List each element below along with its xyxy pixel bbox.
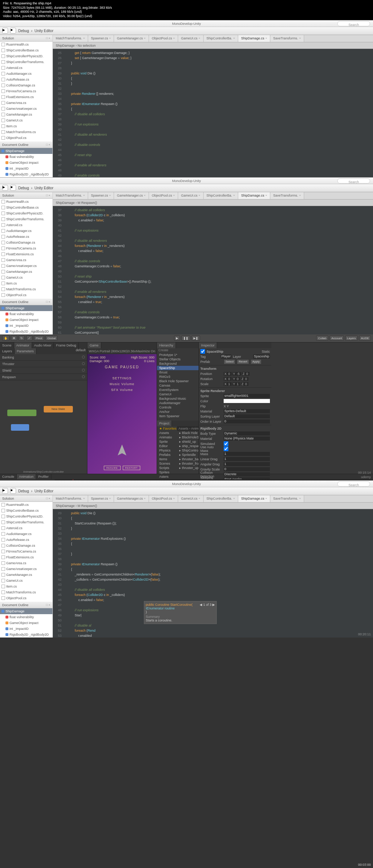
file-item[interactable]: ShipControllerBase.cs xyxy=(0,508,52,514)
param-row[interactable]: Shield xyxy=(0,367,87,374)
file-list[interactable]: RuamHealth.csShipControllerBase.csShipCo… xyxy=(0,42,52,142)
file-item[interactable]: GameManager.cs xyxy=(0,112,52,117)
code-area[interactable]: 25 get { return GameManager.Damage; }26 … xyxy=(53,49,373,177)
tab-bar[interactable]: MatchTransforms.×Spawner.cs×GameManager.… xyxy=(53,192,373,199)
tab[interactable]: MatchTransforms.× xyxy=(53,35,88,42)
tab[interactable]: ShipDamage.cs× xyxy=(238,35,270,42)
file-item[interactable]: AutoRelease.cs xyxy=(0,77,52,82)
tab[interactable]: Spawner.cs× xyxy=(88,35,114,42)
file-item[interactable]: GameManager.cs xyxy=(0,269,52,275)
layers-button[interactable]: Layers xyxy=(345,336,358,341)
tab[interactable]: ShipControllerBa.× xyxy=(204,192,238,199)
tab[interactable]: SaveTransforms.× xyxy=(270,192,304,199)
hierarchy-item[interactable]: SpaceShip xyxy=(157,366,199,370)
outline-list[interactable]: ShipDamagefloat vulnerabilityGameObject … xyxy=(0,608,52,638)
code-area[interactable]: 37 // disable all colliders38 foreach (C… xyxy=(53,206,373,334)
hierarchy-item[interactable]: Background Music xyxy=(157,396,199,401)
pause-button[interactable]: ❚❚ xyxy=(181,336,190,341)
tab[interactable]: ShipDamage.cs× xyxy=(238,495,270,502)
params-subtab[interactable]: Parameters xyxy=(15,348,36,354)
outline-item[interactable]: int _impactID xyxy=(0,626,52,632)
file-item[interactable]: Asteroid.cs xyxy=(0,65,52,71)
hierarchy-tab[interactable]: Hierarchy xyxy=(157,342,176,348)
hierarchy-item[interactable]: AudioManager xyxy=(157,401,199,405)
hierarchy-item[interactable]: EventSystem xyxy=(157,388,199,392)
scale-tool[interactable]: ⤢ xyxy=(26,336,32,341)
file-item[interactable]: AudioManager.cs xyxy=(0,228,52,234)
layer-dropdown[interactable]: Spaceship xyxy=(253,354,270,359)
outline-list[interactable]: ShipDamagefloat vulnerabilityGameObject … xyxy=(0,305,52,334)
file-item[interactable]: GameUI.cs xyxy=(0,117,52,123)
layers-subtab[interactable]: Layers xyxy=(0,348,15,354)
param-row[interactable]: Banking xyxy=(0,354,87,361)
file-item[interactable]: Item.cs xyxy=(0,280,52,286)
tab[interactable]: SaveTransforms.× xyxy=(270,35,304,42)
account-button[interactable]: Account xyxy=(330,336,344,341)
outline-item[interactable]: float vulnerability xyxy=(0,311,52,317)
file-item[interactable]: AudioManager.cs xyxy=(0,71,52,77)
tab[interactable]: GameUI.cs× xyxy=(178,495,204,502)
hierarchy-item[interactable]: Item Spawner xyxy=(157,414,199,418)
state-node[interactable] xyxy=(7,410,36,416)
hierarchy-item[interactable]: Stellar Objects xyxy=(157,357,199,361)
file-item[interactable]: CollisionDamage.cs xyxy=(0,543,52,549)
outline-item[interactable]: float vulnerability xyxy=(0,154,52,160)
tab[interactable]: ObjectPool.cs× xyxy=(149,35,178,42)
file-item[interactable]: Item.cs xyxy=(0,584,52,589)
file-item[interactable]: FitAreaToCamera.cs xyxy=(0,549,52,554)
tab[interactable]: ShipControllerBa.× xyxy=(204,495,238,502)
file-item[interactable]: ShipControllerPhysics2D. xyxy=(0,53,52,59)
breadcrumb[interactable]: ShipDamage › No selection xyxy=(53,42,373,49)
target-selector[interactable]: Unity Editor xyxy=(35,29,54,33)
outline-item[interactable]: Rigidbody2D _rigidBody2D xyxy=(0,171,52,177)
outline-item[interactable]: GameObject impact xyxy=(0,620,52,626)
run-button[interactable]: ▶ xyxy=(2,28,8,34)
file-item[interactable]: AutoRelease.cs xyxy=(0,537,52,543)
file-item[interactable]: GameArea.cs xyxy=(0,100,52,106)
tab-bar[interactable]: MatchTransforms.×Spawner.cs×GameManager.… xyxy=(53,35,373,42)
config-selector[interactable]: Debug xyxy=(18,29,29,33)
tab[interactable]: GameUI.cs× xyxy=(178,192,204,199)
play-button[interactable]: ▶ xyxy=(174,336,180,341)
scene-tabs[interactable]: Scene Animator Audio Mixer Frame Debug xyxy=(0,342,87,348)
file-item[interactable]: MatchTransforms.cs xyxy=(0,286,52,292)
file-item[interactable]: CollisionDamage.cs xyxy=(0,82,52,88)
file-item[interactable]: GameAreaKeeper.cs xyxy=(0,263,52,269)
console-tab[interactable]: Console xyxy=(0,474,17,479)
stop-button[interactable]: ■ xyxy=(10,488,16,494)
file-item[interactable]: ObjectPool.cs xyxy=(0,292,52,298)
hierarchy-item[interactable]: Anchor xyxy=(157,410,199,414)
file-item[interactable]: ShipControllerPhysics2D. xyxy=(0,514,52,519)
tab[interactable]: MatchTransforms.× xyxy=(53,192,88,199)
tab[interactable]: Spawner.cs× xyxy=(88,192,114,199)
file-item[interactable]: Asteroid.cs xyxy=(0,525,52,531)
profiler-tab[interactable]: Profiler xyxy=(36,474,51,479)
outline-item[interactable]: Rigidbody2D _rigidBody2D xyxy=(0,632,52,638)
file-item[interactable]: MatchTransforms.cs xyxy=(0,129,52,135)
outline-item[interactable]: GameObject impact xyxy=(0,317,52,323)
run-button[interactable]: ▶ xyxy=(2,185,8,191)
file-list[interactable]: RuamHealth.csShipControllerBase.csShipCo… xyxy=(0,199,52,299)
hierarchy-item[interactable]: thrust xyxy=(157,370,199,375)
search-input[interactable]: Search xyxy=(337,21,370,26)
param-row[interactable]: Thruster xyxy=(0,361,87,367)
file-item[interactable]: Item.cs xyxy=(0,123,52,129)
hierarchy-item[interactable]: RMGv3 xyxy=(157,375,199,379)
search-input[interactable]: Search xyxy=(337,178,370,183)
file-item[interactable]: FloatExtensions.cs xyxy=(0,251,52,257)
create-menu[interactable]: Create xyxy=(157,348,199,353)
pivot-toggle[interactable]: Pivot xyxy=(34,336,44,341)
file-item[interactable]: ObjectPool.cs xyxy=(0,135,52,141)
state-graph[interactable]: New State Animations/ShipController.cont… xyxy=(0,380,87,474)
restart-button[interactable]: RESTART xyxy=(123,466,140,470)
search-input[interactable]: Search xyxy=(337,481,370,487)
tab[interactable]: ObjectPool.cs× xyxy=(149,192,178,199)
outline-class[interactable]: ShipDamage xyxy=(0,148,52,154)
file-item[interactable]: ObjectPool.cs xyxy=(0,595,52,601)
object-name[interactable]: SpaceShip xyxy=(207,350,223,353)
step-button[interactable]: ▶❚ xyxy=(192,336,200,341)
tab[interactable]: GameManager.cs× xyxy=(114,35,149,42)
param-list[interactable]: BankingThrusterShieldRespawn xyxy=(0,354,87,380)
hand-tool[interactable]: ✋ xyxy=(2,336,9,341)
tag-dropdown[interactable]: Player xyxy=(221,354,232,359)
